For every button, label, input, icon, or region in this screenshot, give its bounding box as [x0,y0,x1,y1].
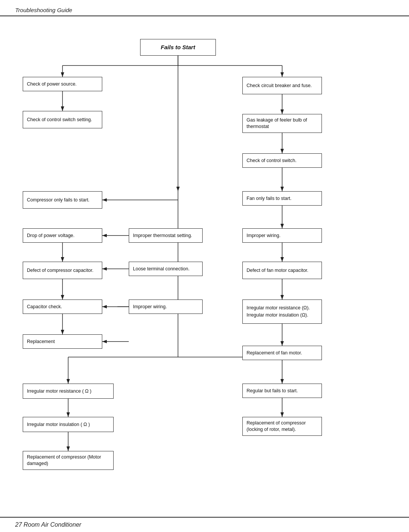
irregular-resistance-left-box: Irregular motor resistance ( Ω ) [23,384,114,399]
footer: 27 Room Air Conditioner [0,517,409,532]
control-switch-setting-box: Check of control switch setting. [23,111,102,128]
replacement-compressor-left-box: Replacement of compressor (Motor damaged… [23,451,114,470]
regular-fails-box: Regular but fails to start. [242,384,322,398]
gas-leakage-box: Gas leakage of feeler bulb of thermostat [242,114,322,133]
improper-wiring-box: Improper wiring. [129,300,203,314]
loose-terminal-box: Loose terminal connection. [129,262,203,276]
replacement-compressor-right-box: Replacement of compressor (locking of ro… [242,417,322,436]
diagram-area: Fails to Start Check of power source. Ch… [0,16,409,524]
irregular-right-box: Irregular motor resistance (Ω).Irregular… [242,300,322,324]
replacement-fan-motor-box: Replacement of fan motor. [242,346,322,360]
fan-fails-box: Fan only fails to start. [242,191,322,206]
improper-wiring-fan-box: Improper wiring. [242,228,322,243]
improper-thermostat-box: Improper thermostat setting. [129,228,203,243]
control-switch-box: Check of control switch. [242,153,322,168]
header-title: Troubleshooting Guide [15,7,72,13]
power-source-box: Check of power source. [23,77,102,91]
header: Troubleshooting Guide [0,0,409,16]
footer-text: 27 Room Air Conditioner [15,521,81,528]
irregular-insulation-box: Irregular motor insulation ( Ω ) [23,417,114,432]
page: Troubleshooting Guide [0,0,409,532]
drop-voltage-box: Drop of power voltage. [23,228,102,243]
circuit-breaker-box: Check circuit breaker and fuse. [242,77,322,94]
defect-fan-motor-box: Defect of fan motor capacitor. [242,262,322,279]
defect-compressor-box: Defect of compressor capacitor. [23,262,102,279]
compressor-fails-box: Compressor only fails to start. [23,191,102,209]
replacement-box: Replacement [23,334,102,349]
capacitor-check-box: Capacitor check. [23,300,102,314]
start-box: Fails to Start [140,39,216,56]
